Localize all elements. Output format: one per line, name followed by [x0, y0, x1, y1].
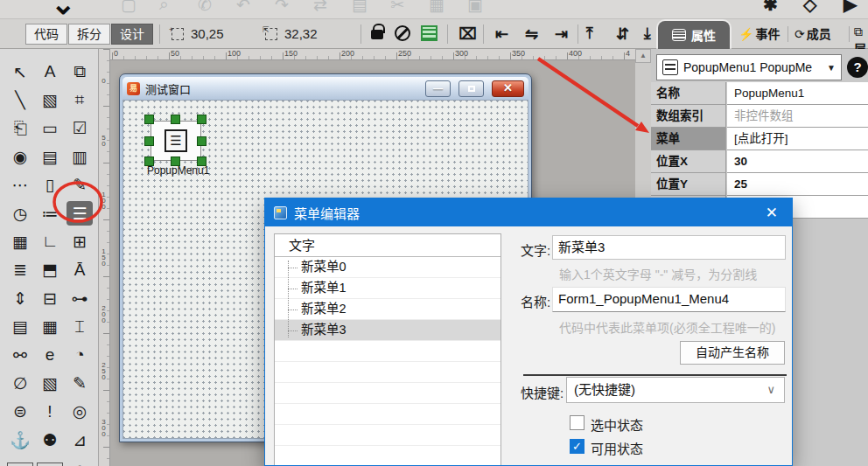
toolbar-icon[interactable]: ⌕ — [159, 0, 169, 14]
ie-browser-tool[interactable]: e — [37, 343, 63, 367]
checkbox-tool[interactable]: ☑ — [66, 116, 93, 141]
property-value[interactable]: [点此打开] — [727, 128, 868, 150]
vector-tool[interactable]: ⊿ — [66, 428, 93, 452]
property-row[interactable]: 数组索引非控件数组 — [651, 105, 868, 128]
property-value[interactable]: PopupMenu1 — [727, 82, 868, 105]
draw-tool[interactable]: ✎ — [66, 173, 93, 198]
form-minimize-button[interactable]: — — [425, 80, 451, 97]
checkbox-selected-state[interactable] — [570, 415, 584, 430]
position-frame-tool[interactable]: ⌗ — [66, 87, 93, 112]
custom-button-tool[interactable]: Button — [37, 463, 63, 466]
selection-handle[interactable] — [144, 115, 154, 124]
label-tool[interactable]: A — [37, 59, 63, 84]
toolbar-icon[interactable]: ▦ — [429, 0, 444, 15]
richtext-tool[interactable]: Ā — [66, 258, 93, 282]
dialog-titlebar[interactable]: 菜单编辑器 ✕ — [265, 198, 792, 226]
database-tool[interactable]: ⊜ — [7, 400, 33, 424]
checkbox-enabled-state[interactable]: ✓ — [570, 439, 584, 454]
trackbar-tool[interactable]: ⊶ — [66, 286, 93, 310]
menu-tool[interactable]: ☰ — [66, 201, 93, 226]
form-maximize-button[interactable] — [458, 80, 484, 97]
property-row[interactable]: 名称PopupMenu1 — [651, 82, 868, 105]
grid-tool[interactable]: ⊞ — [66, 229, 93, 254]
picture-tool[interactable]: ▧ — [37, 87, 63, 112]
popup-menu-component[interactable]: ☰ — [150, 121, 201, 161]
pointer-tool[interactable]: ↖ — [7, 59, 33, 84]
toolbar-icon[interactable]: ↶ — [236, 0, 250, 15]
menu-tree-item[interactable]: 新菜单1 — [275, 278, 500, 299]
menu-tree-item[interactable]: 新菜单3 — [275, 320, 500, 341]
frame-tool[interactable]: ⌶ — [66, 315, 93, 339]
selection-handle[interactable] — [144, 156, 154, 166]
selection-handle[interactable] — [197, 136, 206, 146]
grid-toggle-icon[interactable] — [421, 25, 438, 41]
toolbar-tool[interactable]: ⋯ — [7, 173, 33, 198]
database-edit-tool[interactable]: ✎ — [66, 371, 93, 395]
toolbar-icon[interactable]: ▤ — [352, 0, 368, 15]
shape-tool[interactable]: ⧉ — [66, 59, 93, 84]
toolbar-icon[interactable]: ✆ — [198, 0, 212, 15]
toolbar-icon[interactable]: ◇ — [803, 0, 816, 15]
name-field-input[interactable]: Form1_PopupMenu1_Menu4 — [552, 287, 786, 312]
toolbar-icon[interactable]: ▶ — [844, 0, 857, 15]
disable-icon[interactable] — [395, 25, 410, 41]
selection-handle[interactable] — [171, 115, 180, 124]
property-row[interactable]: 位置Y25 — [651, 173, 868, 196]
datepicker-tool[interactable]: ▤ — [7, 315, 33, 339]
tab-members[interactable]: ⟳成员 — [794, 24, 831, 42]
mediabox-tool[interactable]: ▦ — [7, 229, 33, 254]
lock-controls-icon[interactable] — [371, 30, 383, 39]
pie-tool[interactable]: ◔ — [66, 456, 93, 466]
property-row[interactable]: 菜单[点此打开] — [651, 128, 868, 150]
form-close-button[interactable]: ✕ — [492, 80, 524, 97]
toolbar-icon[interactable]: ✂ — [390, 0, 404, 15]
align-icon[interactable]: ⇵ — [616, 24, 629, 44]
toolbar-icon[interactable]: ✱ — [763, 0, 778, 15]
calendar-tool[interactable]: ▦ — [37, 315, 63, 339]
progressbar-tool[interactable]: ▯ — [37, 173, 63, 198]
property-value[interactable]: 30 — [727, 150, 868, 173]
anchor-tool[interactable]: ⚓ — [7, 428, 33, 452]
line-tool[interactable]: ╲ — [7, 87, 33, 112]
scroll-up-arrow-icon[interactable]: ▲ — [635, 49, 651, 63]
editbox-tool[interactable]: ▭ — [37, 116, 63, 141]
toolbar-icon[interactable]: ⇄ — [313, 0, 327, 15]
toolbar-icon[interactable]: ▣ — [467, 0, 483, 15]
radio-tool[interactable]: ◉ — [7, 144, 33, 169]
timer-tool[interactable]: ◷ — [7, 201, 33, 226]
network-tool[interactable]: ⚯ — [7, 343, 33, 367]
auto-generate-name-button[interactable]: 自动产生名称 — [680, 341, 785, 365]
debug-bug-tool[interactable]: ⚉ — [37, 428, 63, 452]
align-icon[interactable]: ⌧ — [458, 24, 477, 44]
selection-handle[interactable] — [171, 156, 180, 166]
icon-tool[interactable]: ◎ — [66, 400, 93, 424]
selection-handle[interactable] — [144, 136, 154, 146]
combobox-tool[interactable]: ▤ — [37, 144, 63, 169]
slider-tool[interactable]: ⊟ — [37, 286, 63, 310]
tab-code[interactable]: 代码 — [25, 24, 67, 45]
object-selector-dropdown[interactable]: PopupMenu1 PopupMe ▼ — [656, 54, 842, 80]
chart-tool[interactable]: ∟ — [37, 229, 63, 254]
align-icon[interactable]: ⇥ — [555, 24, 568, 44]
treeview-tool[interactable]: ≣ — [7, 258, 33, 282]
align-icon[interactable]: ⤓ — [644, 24, 651, 43]
form-titlebar[interactable]: 易 测试窗口 — ✕ — [122, 77, 528, 100]
menu-tree-item[interactable]: 新菜单0 — [275, 257, 500, 278]
align-icon[interactable]: ⤒ — [586, 24, 593, 43]
tab-events[interactable]: ⚡事件 — [738, 24, 780, 42]
menu-tree[interactable]: 文字 新菜单0新菜单1新菜单2新菜单3 — [274, 233, 501, 466]
gallery-tool[interactable]: ▧ — [37, 371, 63, 395]
listbox-tool[interactable]: ▥ — [66, 144, 93, 169]
selection-handle[interactable] — [197, 115, 206, 124]
property-value[interactable]: 25 — [727, 173, 868, 196]
listview-tool[interactable]: ≔ — [37, 201, 63, 226]
property-value[interactable]: 非控件数组 — [727, 105, 868, 128]
internet-tool[interactable]: ∅ — [7, 371, 33, 395]
warning-tool[interactable]: ! — [37, 400, 63, 424]
selection-handle[interactable] — [197, 156, 206, 166]
tabcontrol-tool[interactable]: ⬒ — [37, 258, 63, 282]
align-icon[interactable]: ⇤ — [495, 24, 508, 44]
help-button[interactable]: ? — [847, 57, 868, 78]
button-tool[interactable]: ⎗ — [7, 116, 33, 141]
align-icon[interactable]: ⇋ — [525, 24, 538, 44]
